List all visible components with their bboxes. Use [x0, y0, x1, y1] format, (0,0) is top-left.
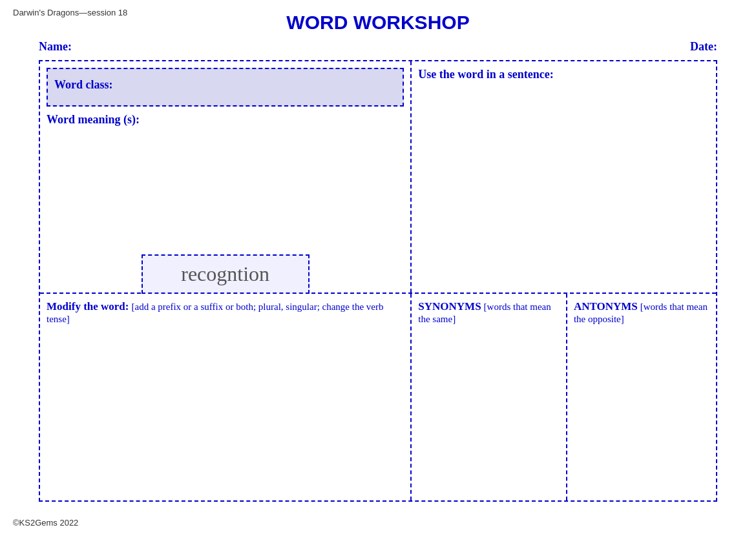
modify-panel: Modify the word: [add a prefix or a suff…	[40, 294, 412, 500]
bottom-row: Modify the word: [add a prefix or a suff…	[40, 294, 716, 500]
name-date-row: Name: Date:	[13, 40, 743, 54]
center-word-box: recogntion	[142, 254, 310, 294]
antonyms-panel: ANTONYMS [words that mean the opposite]	[567, 294, 716, 500]
word-class-label: Word class:	[54, 78, 113, 91]
main-container: Word class: Word meaning (s): recogntion…	[39, 60, 717, 502]
word-meaning-label: Word meaning (s):	[47, 113, 404, 127]
right-panel: Use the word in a sentence:	[412, 61, 716, 293]
use-in-sentence-label: Use the word in a sentence:	[418, 68, 709, 81]
synonyms-panel: SYNONYMS [words that mean the same]	[412, 294, 567, 500]
synonyms-label: SYNONYMS	[418, 300, 481, 313]
left-panel: Word class: Word meaning (s): recogntion	[40, 61, 412, 293]
word-class-box: Word class:	[47, 68, 404, 107]
session-label: Darwin's Dragons—session 18	[13, 8, 127, 17]
footer-copyright: ©KS2Gems 2022	[13, 518, 78, 528]
antonyms-label: ANTONYMS	[574, 300, 638, 313]
center-word-text: recogntion	[181, 262, 269, 285]
modify-label: Modify the word:	[47, 300, 129, 313]
top-row: Word class: Word meaning (s): recogntion…	[40, 61, 716, 294]
name-label: Name:	[39, 40, 72, 54]
date-label: Date:	[690, 40, 717, 54]
